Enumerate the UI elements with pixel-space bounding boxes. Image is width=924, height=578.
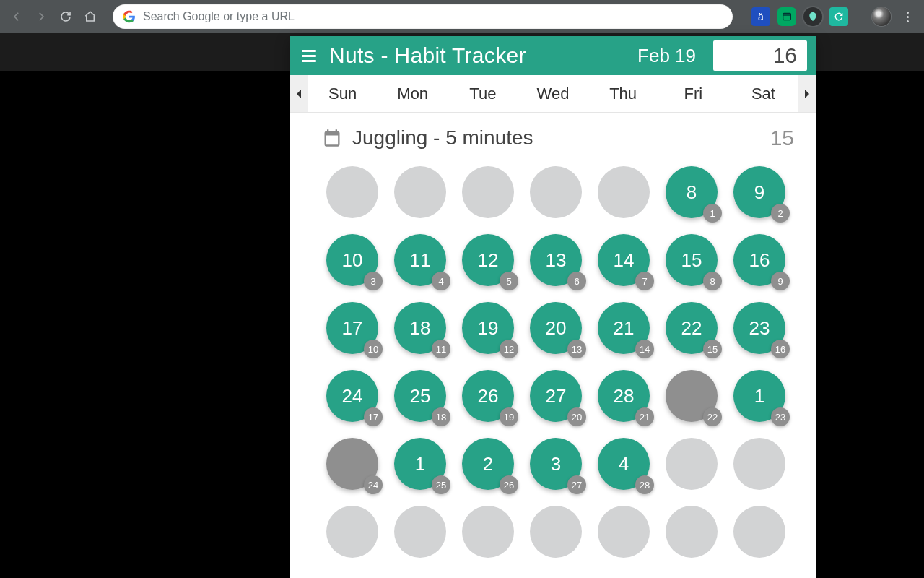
day-cell[interactable]: 1811 — [391, 299, 449, 357]
day-dot — [462, 506, 514, 558]
streak-badge: 16 — [771, 340, 790, 358]
day-cell[interactable]: 169 — [731, 231, 788, 289]
day-cell[interactable]: 158 — [663, 231, 720, 289]
prev-week-button[interactable] — [290, 75, 308, 112]
streak-badge: 27 — [567, 475, 586, 494]
day-cell[interactable] — [731, 503, 788, 561]
day-cell[interactable]: 136 — [527, 231, 585, 289]
streak-badge: 1 — [703, 204, 722, 223]
streak-badge: 19 — [500, 407, 518, 426]
streak-badge: 12 — [500, 340, 518, 358]
day-cell[interactable] — [323, 503, 381, 561]
streak-badge: 18 — [432, 407, 450, 426]
address-bar-placeholder: Search Google or type a URL — [143, 10, 295, 23]
day-cell[interactable]: 1710 — [323, 299, 381, 357]
day-cell[interactable] — [595, 163, 653, 221]
header-date: Feb 19 — [637, 45, 696, 67]
streak-badge: 20 — [567, 407, 586, 426]
habit-header: Juggling - 5 minutes 15 — [290, 113, 816, 156]
day-cell[interactable]: 1912 — [459, 299, 517, 357]
streak-badge: 2 — [771, 204, 790, 223]
weekday-row: Sun Mon Tue Wed Thu Fri Sat — [290, 75, 816, 113]
day-cell[interactable] — [595, 503, 653, 561]
chrome-menu-button[interactable] — [898, 7, 917, 26]
day-cell[interactable]: 22 — [663, 367, 720, 425]
streak-badge: 26 — [500, 475, 518, 494]
streak-badge: 17 — [364, 407, 383, 426]
weekday-label: Wed — [518, 75, 588, 112]
nuts-extension-icon[interactable] — [803, 7, 822, 26]
extension-icon[interactable] — [777, 7, 796, 26]
day-cell[interactable] — [323, 163, 381, 221]
day-cell[interactable] — [459, 503, 517, 561]
day-dot — [462, 166, 514, 218]
day-cell[interactable] — [663, 503, 720, 561]
streak-badge: 5 — [500, 272, 518, 290]
day-cell[interactable] — [391, 503, 449, 561]
day-cell[interactable]: 428 — [595, 435, 653, 493]
google-icon — [123, 10, 136, 23]
streak-badge: 15 — [703, 340, 722, 358]
day-cell[interactable]: 114 — [391, 231, 449, 289]
svg-rect-0 — [783, 13, 791, 20]
back-button[interactable] — [7, 7, 26, 26]
day-cell[interactable]: 81 — [663, 163, 720, 221]
day-dot — [326, 166, 378, 218]
day-cell[interactable]: 125 — [459, 231, 517, 289]
streak-badge: 28 — [635, 475, 654, 494]
day-cell[interactable] — [527, 163, 585, 221]
weekday-label: Thu — [588, 75, 658, 112]
menu-button[interactable] — [299, 46, 319, 66]
day-dot — [326, 506, 378, 558]
day-cell[interactable] — [527, 503, 585, 561]
day-cell[interactable] — [459, 163, 517, 221]
streak-badge: 10 — [364, 340, 383, 358]
home-button[interactable] — [81, 7, 100, 26]
day-cell[interactable]: 2821 — [595, 367, 653, 425]
day-cell[interactable]: 24 — [323, 435, 381, 493]
day-cell[interactable]: 2720 — [527, 367, 585, 425]
reload-button[interactable] — [56, 7, 75, 26]
streak-badge: 6 — [567, 272, 586, 290]
streak-badge: 13 — [567, 340, 586, 358]
day-dot — [394, 506, 446, 558]
day-cell[interactable]: 327 — [527, 435, 585, 493]
profile-avatar[interactable] — [872, 7, 891, 26]
day-cell[interactable]: 226 — [459, 435, 517, 493]
forward-button[interactable] — [32, 7, 51, 26]
day-cell[interactable]: 2417 — [323, 367, 381, 425]
day-cell[interactable]: 147 — [595, 231, 653, 289]
browser-toolbar: Search Google or type a URL ä — [0, 0, 924, 33]
streak-badge: 22 — [703, 407, 722, 426]
day-dot — [530, 166, 582, 218]
day-cell[interactable]: 103 — [323, 231, 381, 289]
day-cell[interactable]: 123 — [731, 367, 788, 425]
day-cell[interactable] — [391, 163, 449, 221]
streak-badge: 21 — [635, 407, 654, 426]
streak-badge: 23 — [771, 407, 790, 426]
day-cell[interactable]: 2114 — [595, 299, 653, 357]
panel-header: Nuts - Habit Tracker Feb 19 16 — [290, 36, 816, 75]
day-cell[interactable]: 2518 — [391, 367, 449, 425]
day-cell[interactable] — [731, 435, 788, 493]
habit-grid: 8192103114125136147158169171018111912201… — [318, 163, 794, 561]
day-cell[interactable]: 2316 — [731, 299, 788, 357]
streak-badge: 14 — [635, 340, 654, 358]
day-cell[interactable]: 92 — [731, 163, 788, 221]
day-cell[interactable]: 2215 — [663, 299, 720, 357]
day-dot — [598, 506, 650, 558]
day-cell[interactable]: 2013 — [527, 299, 585, 357]
weekday-label: Tue — [448, 75, 518, 112]
extension-icon[interactable] — [829, 7, 848, 26]
day-cell[interactable] — [663, 435, 720, 493]
streak-badge: 8 — [703, 272, 722, 290]
weekday-label: Mon — [378, 75, 448, 112]
extension-icon[interactable]: ä — [751, 7, 770, 26]
next-week-button[interactable] — [798, 75, 816, 112]
day-cell[interactable]: 125 — [391, 435, 449, 493]
toolbar-divider — [860, 9, 860, 25]
address-bar[interactable]: Search Google or type a URL — [113, 4, 733, 29]
day-cell[interactable]: 2619 — [459, 367, 517, 425]
streak-badge: 9 — [771, 272, 790, 290]
day-dot — [394, 166, 446, 218]
